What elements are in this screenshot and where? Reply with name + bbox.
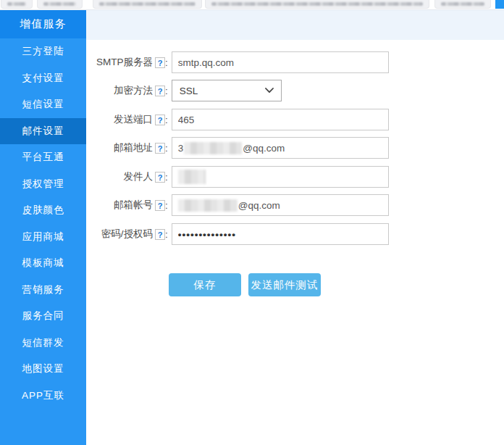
label-colon: : xyxy=(165,115,168,125)
chevron-down-icon xyxy=(265,88,274,93)
redacted-tab-text xyxy=(7,2,26,6)
form-row-email-account: 邮箱帐号 ? : @qq.com xyxy=(90,194,389,216)
sidebar-item-map-settings[interactable]: 地图设置 xyxy=(0,356,86,383)
sidebar-item-service-contract[interactable]: 服务合同 xyxy=(0,303,86,330)
smtp-server-input[interactable] xyxy=(172,51,389,73)
label-colon: : xyxy=(165,57,168,68)
field-label: 邮箱帐号 ? xyxy=(90,199,165,212)
redacted-tab-text xyxy=(43,2,76,6)
topbar-tab[interactable] xyxy=(37,0,83,9)
sidebar-item-marketing-service[interactable]: 营销服务 xyxy=(0,277,86,304)
form-row-email-address: 邮箱地址 ? : 3 @qq.com xyxy=(90,137,389,159)
sender-name-input[interactable] xyxy=(172,166,389,188)
redacted-text xyxy=(184,142,242,154)
sidebar-item-email-settings[interactable]: 邮件设置 xyxy=(0,118,86,145)
email-address-input[interactable]: 3 @qq.com xyxy=(172,137,389,159)
selected-option: SSL xyxy=(180,86,198,96)
form-row-send-port: 发送端口 ? : xyxy=(90,109,389,130)
topbar-tab[interactable] xyxy=(1,0,33,9)
form-row-sender-name: 发件人 ? : xyxy=(90,166,389,188)
redacted-text xyxy=(178,199,238,212)
topbar xyxy=(0,0,504,10)
sidebar-item-auth-management[interactable]: 授权管理 xyxy=(0,171,86,198)
label-colon: : xyxy=(165,86,168,96)
help-icon[interactable]: ? xyxy=(155,200,165,211)
help-icon[interactable]: ? xyxy=(155,172,165,183)
label-colon: : xyxy=(165,143,168,154)
topbar-tab[interactable] xyxy=(93,0,202,9)
label-colon: : xyxy=(165,172,168,183)
form-row-password: 密码/授权码 ? : xyxy=(90,223,389,245)
field-label: SMTP服务器 ? xyxy=(90,56,165,69)
sidebar-item-payment-settings[interactable]: 支付设置 xyxy=(0,65,86,92)
content-header-band xyxy=(86,10,504,40)
field-label: 密码/授权码 ? xyxy=(90,228,165,241)
field-label: 加密方法 ? xyxy=(90,84,165,97)
help-icon[interactable]: ? xyxy=(155,57,165,68)
sidebar-item-template-store[interactable]: 模板商城 xyxy=(0,250,86,277)
field-label: 邮箱地址 ? xyxy=(90,141,165,154)
sidebar-item-sms-bulk[interactable]: 短信群发 xyxy=(0,330,86,357)
sidebar: 增值服务 三方登陆 支付设置 短信设置 邮件设置 平台互通 授权管理 皮肤颜色 … xyxy=(0,10,86,445)
sidebar-item-app-store[interactable]: 应用商城 xyxy=(0,224,86,251)
label-colon: : xyxy=(165,200,168,211)
sidebar-item-third-party-login[interactable]: 三方登陆 xyxy=(0,38,86,65)
form-row-smtp-server: SMTP服务器 ? : xyxy=(90,51,389,73)
help-icon[interactable]: ? xyxy=(155,86,165,96)
password-input[interactable] xyxy=(172,223,389,245)
redacted-tab-text xyxy=(441,2,484,6)
redacted-tab-text xyxy=(99,2,196,6)
email-account-input[interactable]: @qq.com xyxy=(172,194,389,216)
form-row-encryption: 加密方法 ? : SSL xyxy=(90,80,282,101)
label-colon: : xyxy=(165,229,168,240)
redacted-tab-text xyxy=(211,2,423,6)
encryption-select[interactable]: SSL xyxy=(172,80,282,101)
sidebar-header: 增值服务 xyxy=(0,10,86,38)
send-test-email-button[interactable]: 发送邮件测试 xyxy=(248,273,321,296)
help-icon[interactable]: ? xyxy=(155,115,165,125)
topbar-corner-button[interactable] xyxy=(495,0,504,9)
topbar-tab[interactable] xyxy=(205,0,429,9)
help-icon[interactable]: ? xyxy=(155,143,165,154)
sidebar-item-platform-interop[interactable]: 平台互通 xyxy=(0,144,86,171)
sidebar-item-sms-settings[interactable]: 短信设置 xyxy=(0,91,86,118)
send-port-input[interactable] xyxy=(172,109,389,130)
redacted-text xyxy=(178,170,206,184)
field-label: 发送端口 ? xyxy=(90,113,165,126)
help-icon[interactable]: ? xyxy=(155,229,165,240)
sidebar-item-skin-color[interactable]: 皮肤颜色 xyxy=(0,197,86,224)
topbar-tab[interactable] xyxy=(434,0,491,9)
sidebar-item-app-interconnect[interactable]: APP互联 xyxy=(0,383,86,409)
save-button[interactable]: 保存 xyxy=(169,273,241,296)
field-label: 发件人 ? xyxy=(90,170,165,183)
